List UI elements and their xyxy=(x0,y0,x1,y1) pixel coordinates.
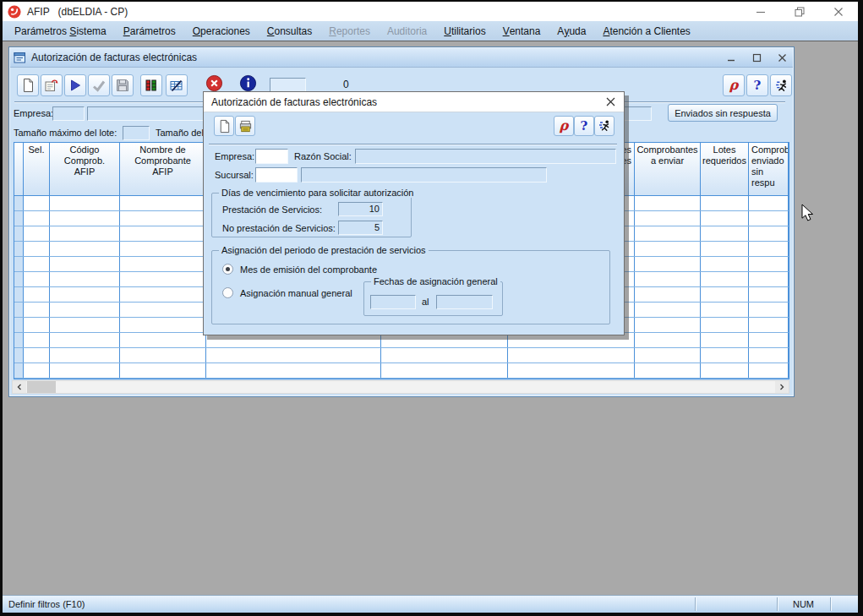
lote-max-field[interactable] xyxy=(123,126,150,140)
table-cell[interactable] xyxy=(24,196,50,210)
table-cell[interactable] xyxy=(635,242,701,256)
table-cell[interactable] xyxy=(14,287,24,302)
table-cell[interactable] xyxy=(749,211,789,226)
table-cell[interactable] xyxy=(24,363,50,378)
menu-item-atenci-n-a-clientes[interactable]: Atención a Clientes xyxy=(594,21,698,41)
table-cell[interactable] xyxy=(50,363,120,378)
table-cell[interactable] xyxy=(120,303,206,317)
table-cell[interactable] xyxy=(14,272,24,286)
table-cell[interactable] xyxy=(14,318,24,332)
scroll-left-button[interactable] xyxy=(13,381,26,393)
table-cell[interactable] xyxy=(749,287,789,302)
table-cell[interactable] xyxy=(701,242,749,256)
table-cell[interactable] xyxy=(50,226,120,241)
table-cell[interactable] xyxy=(24,348,50,363)
table-cell[interactable] xyxy=(635,287,701,302)
dialog-help-button[interactable]: ? xyxy=(574,116,594,136)
table-cell[interactable] xyxy=(14,226,24,241)
dialog-new-button[interactable] xyxy=(214,116,234,136)
table-cell[interactable] xyxy=(14,242,24,256)
table-cell[interactable] xyxy=(749,196,789,210)
table-cell[interactable] xyxy=(749,257,789,271)
table-cell[interactable] xyxy=(24,333,50,347)
menu-item-utilitarios[interactable]: Utilitarios xyxy=(435,21,494,41)
table-cell[interactable] xyxy=(24,257,50,271)
table-cell[interactable] xyxy=(381,348,508,363)
table-cell[interactable] xyxy=(701,287,749,302)
table-cell[interactable] xyxy=(635,363,701,378)
table-cell[interactable] xyxy=(120,363,206,378)
table-cell[interactable] xyxy=(50,272,120,286)
table-cell[interactable] xyxy=(50,242,120,256)
table-cell[interactable] xyxy=(749,272,789,286)
table-cell[interactable] xyxy=(206,348,381,363)
table-cell[interactable] xyxy=(749,242,789,256)
confirm-button[interactable] xyxy=(88,74,110,96)
table-cell[interactable] xyxy=(120,242,206,256)
restore-button[interactable] xyxy=(780,2,819,21)
table-cell[interactable] xyxy=(635,211,701,226)
table-cell[interactable] xyxy=(701,226,749,241)
table-row[interactable] xyxy=(14,348,789,363)
dialog-exit-button[interactable] xyxy=(594,116,614,136)
table-cell[interactable] xyxy=(749,363,789,378)
table-cell[interactable] xyxy=(50,303,120,317)
dialog-close-button[interactable] xyxy=(597,92,624,112)
column-header[interactable]: Lotes requeridos xyxy=(701,143,749,195)
menu-item-par-metros-sistema[interactable]: Parámetros Sistema xyxy=(6,21,115,41)
table-cell[interactable] xyxy=(635,348,701,363)
help-button[interactable]: ? xyxy=(746,74,768,96)
table-cell[interactable] xyxy=(120,211,206,226)
table-cell[interactable] xyxy=(635,303,701,317)
table-cell[interactable] xyxy=(50,318,120,332)
horizontal-scrollbar[interactable] xyxy=(12,380,789,394)
table-cell[interactable] xyxy=(14,303,24,317)
menu-item-ventana[interactable]: Ventana xyxy=(494,21,549,41)
table-cell[interactable] xyxy=(635,318,701,332)
column-header[interactable] xyxy=(14,143,24,195)
table-cell[interactable] xyxy=(120,226,206,241)
dialog-pendientes-button[interactable]: ρ xyxy=(554,116,574,136)
table-cell[interactable] xyxy=(749,333,789,347)
run-button[interactable] xyxy=(64,74,86,96)
table-cell[interactable] xyxy=(24,303,50,317)
table-cell[interactable] xyxy=(206,363,381,378)
table-cell[interactable] xyxy=(701,257,749,271)
pendientes-button[interactable]: ρ xyxy=(723,74,745,96)
table-cell[interactable] xyxy=(749,303,789,317)
table-cell[interactable] xyxy=(701,211,749,226)
grid-edit-button[interactable] xyxy=(166,74,188,96)
radio-mes-emision[interactable] xyxy=(222,264,233,275)
save-button[interactable] xyxy=(112,74,134,96)
new-button[interactable] xyxy=(17,74,39,96)
table-cell[interactable] xyxy=(120,287,206,302)
info-button[interactable] xyxy=(239,74,257,92)
menu-item-consultas[interactable]: Consultas xyxy=(259,21,320,41)
table-cell[interactable] xyxy=(701,318,749,332)
menu-item-ayuda[interactable]: Ayuda xyxy=(549,21,594,41)
table-cell[interactable] xyxy=(635,272,701,286)
scroll-thumb[interactable] xyxy=(27,381,56,393)
properties-button[interactable] xyxy=(41,74,63,96)
table-cell[interactable] xyxy=(120,257,206,271)
menu-item-operaciones[interactable]: Operaciones xyxy=(184,21,259,41)
dialog-empresa-field[interactable] xyxy=(255,149,288,164)
menu-item-par-metros[interactable]: Parámetros xyxy=(115,21,184,41)
table-cell[interactable] xyxy=(120,333,206,347)
table-cell[interactable] xyxy=(701,196,749,210)
table-cell[interactable] xyxy=(120,272,206,286)
table-cell[interactable] xyxy=(50,196,120,210)
table-cell[interactable] xyxy=(508,348,635,363)
no-prestacion-field[interactable]: 5 xyxy=(338,221,383,235)
table-cell[interactable] xyxy=(14,333,24,347)
table-cell[interactable] xyxy=(701,272,749,286)
table-cell[interactable] xyxy=(50,287,120,302)
window-minimize-button[interactable] xyxy=(724,51,738,64)
table-cell[interactable] xyxy=(749,348,789,363)
table-cell[interactable] xyxy=(24,272,50,286)
minimize-button[interactable] xyxy=(741,2,780,21)
prestacion-field[interactable]: 10 xyxy=(338,202,383,216)
table-cell[interactable] xyxy=(24,318,50,332)
radio-manual-general[interactable] xyxy=(222,287,233,298)
table-cell[interactable] xyxy=(635,196,701,210)
